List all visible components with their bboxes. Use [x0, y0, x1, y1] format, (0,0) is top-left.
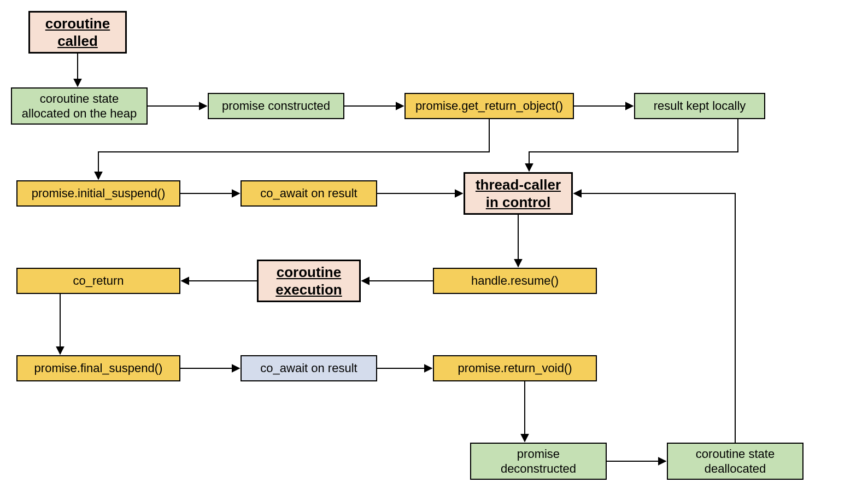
- edge-n16-n8: [574, 193, 735, 443]
- node-handle-resume: handle.resume(): [433, 268, 597, 294]
- node-co-await-result-1: co_await on result: [241, 180, 377, 207]
- node-coroutine-execution: coroutine execution: [257, 260, 361, 302]
- edge-layer: [0, 0, 868, 500]
- coroutine-lifecycle-diagram: coroutine called coroutine state allocat…: [0, 0, 868, 500]
- node-initial-suspend: promise.initial_suspend(): [16, 180, 180, 207]
- node-state-allocated: coroutine state allocated on the heap: [11, 87, 148, 125]
- node-state-deallocated: coroutine state deallocated: [667, 443, 804, 480]
- node-result-kept-locally: result kept locally: [634, 93, 765, 119]
- edge-n4-n6: [98, 119, 489, 179]
- node-return-void: promise.return_void(): [433, 355, 597, 381]
- node-thread-caller-control: thread-caller in control: [464, 172, 573, 215]
- node-promise-deconstructed: promise deconstructed: [470, 443, 607, 480]
- node-promise-constructed: promise constructed: [208, 93, 344, 119]
- node-get-return-object: promise.get_return_object(): [404, 93, 574, 119]
- node-co-return: co_return: [16, 268, 180, 294]
- node-coroutine-called: coroutine called: [28, 11, 127, 54]
- node-final-suspend: promise.final_suspend(): [16, 355, 180, 381]
- node-co-await-result-2: co_await on result: [241, 355, 377, 381]
- edge-n5-n8: [529, 119, 738, 171]
